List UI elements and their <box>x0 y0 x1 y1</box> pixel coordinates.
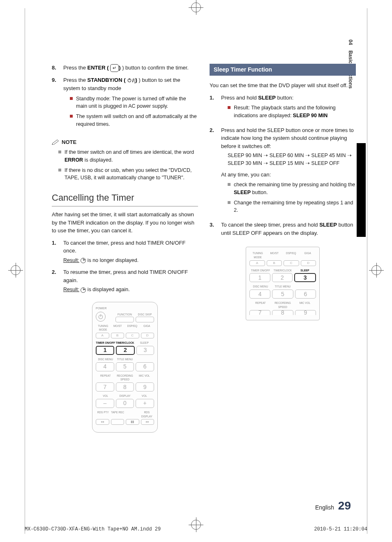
note-heading: NOTE <box>52 138 198 146</box>
step-number: 9. <box>52 76 63 131</box>
print-footer: MX-C630D-C730D-XFA-ENG-With Tape+NO AM.i… <box>25 526 367 532</box>
bullet-icon <box>58 151 61 153</box>
step-number: 8. <box>52 64 63 72</box>
timer-clock-button: 2 <box>116 346 134 355</box>
section-intro: After having set the timer, it will star… <box>52 211 198 235</box>
section-intro: You can set the time that the DVD player… <box>210 81 356 90</box>
sleep-step-1: 1. Press and hold SLEEP button: Result: … <box>210 94 356 122</box>
sleep-step-3: 3. To cancel the sleep timer, press and … <box>210 221 356 237</box>
enter-icon: ↵ <box>110 64 119 72</box>
bullet-icon <box>70 115 73 118</box>
step-9: 9. Press the STANDBY/ON ( /| ) ) button … <box>52 76 198 131</box>
thumb-index-tab <box>357 143 366 237</box>
step-text: Press the ENTER ( ↵) ) button to confirm… <box>63 64 198 72</box>
bullet-icon <box>228 183 231 186</box>
content-columns: 8. Press the ENTER ( ↵) ) button to conf… <box>52 64 356 433</box>
timer-onoff-button: 1 <box>96 346 114 355</box>
cancel-step-1: 1. To cancel the timer, press and hold T… <box>52 239 198 264</box>
source-file: MX-C630D-C730D-XFA-ENG-With Tape+NO AM.i… <box>25 526 161 532</box>
standby-icon: /| <box>127 76 136 85</box>
remote-diagram-2: TUNING MODEMO/STDSP/EQGIGA ABCD TIMER ON… <box>246 247 320 320</box>
bullet-icon <box>58 169 61 171</box>
footer-language: English <box>315 504 334 511</box>
page-footer: English 29 <box>315 499 351 512</box>
chapter-number: 04 <box>348 39 353 45</box>
print-date: 2010-5-21 11:20:04 <box>314 526 367 532</box>
section-title-bar: Sleep Timer Function <box>210 64 356 76</box>
bullet-icon <box>70 97 73 100</box>
note-icon <box>52 139 59 145</box>
timer-icon <box>81 287 86 293</box>
right-column: Sleep Timer Function You can set the tim… <box>210 64 356 433</box>
power-icon <box>96 312 106 322</box>
sleep-button: 3 <box>294 273 316 282</box>
sleep-step-2: 2. Press and hold the SLEEP button once … <box>210 126 356 217</box>
registration-mark-icon <box>11 265 21 275</box>
bullet-icon <box>228 106 231 109</box>
page-number: 29 <box>338 499 351 512</box>
left-column: 8. Press the ENTER ( ↵) ) button to conf… <box>52 64 198 433</box>
timer-icon <box>81 258 86 263</box>
bullet-icon <box>228 201 231 204</box>
step-8: 8. Press the ENTER ( ↵) ) button to conf… <box>52 64 198 72</box>
remote-diagram-1: POWER FUNCTION DISC SKIP TUNING MODEMO/S… <box>92 302 158 433</box>
step-text: Press the STANDBY/ON ( /| ) ) button to … <box>63 76 198 131</box>
registration-mark-icon <box>371 265 381 275</box>
section-heading: Cancelling the Timer <box>52 191 198 206</box>
cancel-step-2: 2. To resume the timer, press and hold T… <box>52 268 198 294</box>
